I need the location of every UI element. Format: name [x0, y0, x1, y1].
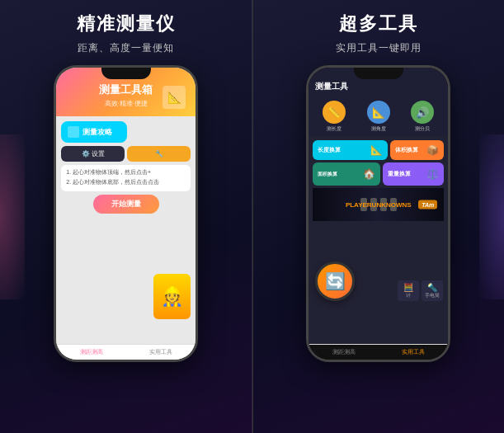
worker-icon: 👷: [153, 274, 191, 319]
flashlight-tool[interactable]: 🔦 手电筒: [422, 280, 443, 301]
flashlight-label: 手电筒: [425, 293, 440, 299]
length-convert-card[interactable]: 长度换算 📐: [313, 140, 388, 160]
left-section: 精准测量仪 距离、高度一量便知 测量工具箱 高效·精准·便捷 📐 测量攻略: [0, 0, 252, 433]
phone-notch: [101, 68, 151, 79]
right-phone-nav: 测距测高 实用工具: [309, 344, 448, 360]
card-icon: [68, 126, 79, 138]
angle-icon: 📐: [367, 101, 390, 124]
volume-convert-card[interactable]: 体积换算 📦: [390, 140, 444, 160]
settings-row: ⚙️ 设置 🔧: [61, 146, 191, 162]
tool-decibel[interactable]: 🔊 测分贝: [403, 101, 444, 133]
weight-convert-label: 重量换算: [388, 170, 411, 178]
right-phone-notch: [354, 68, 403, 79]
right-nav-tools[interactable]: 实用工具: [379, 348, 449, 356]
calculator-label: 计: [406, 293, 411, 299]
left-subtitle: 距离、高度一量便知: [78, 41, 174, 55]
left-phone-nav: 测距测高 实用工具: [56, 344, 195, 360]
right-section: 超多工具 实用工具一键即用 测量工具 📏 测长度 📐 测角度 🔊: [252, 0, 505, 433]
area-convert-card[interactable]: 面积换算 🏠: [313, 162, 379, 186]
tools-grid: 📏 测长度 📐 测角度 🔊 测分贝: [309, 97, 448, 136]
tool-decibel-label: 测分贝: [415, 125, 430, 133]
cyan-card-label: 测量攻略: [82, 127, 112, 138]
length-icon: 📏: [323, 101, 346, 124]
nav-distance[interactable]: 测距测高: [56, 348, 126, 356]
left-title: 精准测量仪: [77, 12, 176, 36]
tool-angle-label: 测角度: [371, 125, 386, 133]
tam-badge: TAm: [418, 200, 437, 209]
calculator-icon: 🧮: [403, 283, 413, 292]
feature-row-2: 面积换算 🏠 重量换算 ⚖️: [313, 162, 444, 186]
instruction-line-1: 1. 起心对准物体顶端，然后点击+: [66, 168, 186, 176]
weight-card-icon: ⚖️: [426, 168, 439, 180]
nav-tools[interactable]: 实用工具: [126, 348, 196, 356]
right-phone: 测量工具 📏 测长度 📐 测角度 🔊 测分贝: [306, 65, 450, 362]
right-subtitle: 实用工具一键即用: [336, 41, 422, 55]
right-phone-content: 测量工具 📏 测长度 📐 测角度 🔊 测分贝: [309, 68, 448, 360]
settings-button[interactable]: ⚙️ 设置: [61, 146, 125, 162]
instruction-line-2: 2. 起心对准物体底部，然后点击点击: [66, 178, 186, 186]
tool-angle[interactable]: 📐 测角度: [358, 101, 399, 133]
cyan-strategy-card[interactable]: 测量攻略: [61, 121, 127, 143]
house-card-icon: 🏠: [363, 168, 375, 180]
small-tools: 🧮 计 🔦 手电筒: [398, 280, 443, 301]
right-nav-distance[interactable]: 测距测高: [309, 348, 379, 356]
round-meter: 🔄: [315, 261, 355, 301]
flashlight-icon: 🔦: [427, 283, 437, 292]
right-header-title: 测量工具: [315, 82, 348, 91]
right-title: 超多工具: [339, 12, 418, 36]
phone-body: 测量攻略 ⚙️ 设置 🔧 1. 起心对准物体顶端，然后点击+ 2. 起心对准物体…: [56, 116, 195, 344]
left-phone-content: 测量工具箱 高效·精准·便捷 📐 测量攻略 ⚙️ 设置 🔧: [56, 68, 195, 360]
calculator-tool[interactable]: 🧮 计: [398, 280, 419, 301]
ruler-card-icon: 📐: [370, 144, 383, 156]
action-button[interactable]: 🔧: [127, 146, 191, 162]
decibel-icon: 🔊: [411, 101, 434, 124]
right-phone-body: 长度换算 📐 体积换算 📦 面积换算 🏠 重量换算: [309, 136, 448, 344]
length-convert-label: 长度换算: [318, 146, 341, 154]
tool-length-label: 测长度: [327, 125, 341, 133]
start-measure-button[interactable]: 开始测量: [93, 195, 159, 214]
game-banner-text: PLAYERUNKNOWNS: [346, 201, 412, 209]
ruler-icon: 📐: [163, 86, 186, 109]
volume-convert-label: 体积换算: [395, 146, 418, 154]
left-phone: 测量工具箱 高效·精准·便捷 📐 测量攻略 ⚙️ 设置 🔧: [54, 65, 198, 362]
tool-length[interactable]: 📏 测长度: [313, 101, 355, 133]
feature-row-1: 长度换算 📐 体积换算 📦: [313, 140, 444, 160]
area-convert-label: 面积换算: [318, 171, 337, 178]
weight-convert-card[interactable]: 重量换算 ⚖️: [383, 162, 445, 186]
game-banner: PLAYERUNKNOWNS TAm: [313, 188, 444, 221]
instruction-box: 1. 起心对准物体顶端，然后点击+ 2. 起心对准物体底部，然后点击点击: [61, 165, 191, 191]
box-card-icon: 📦: [426, 144, 439, 156]
